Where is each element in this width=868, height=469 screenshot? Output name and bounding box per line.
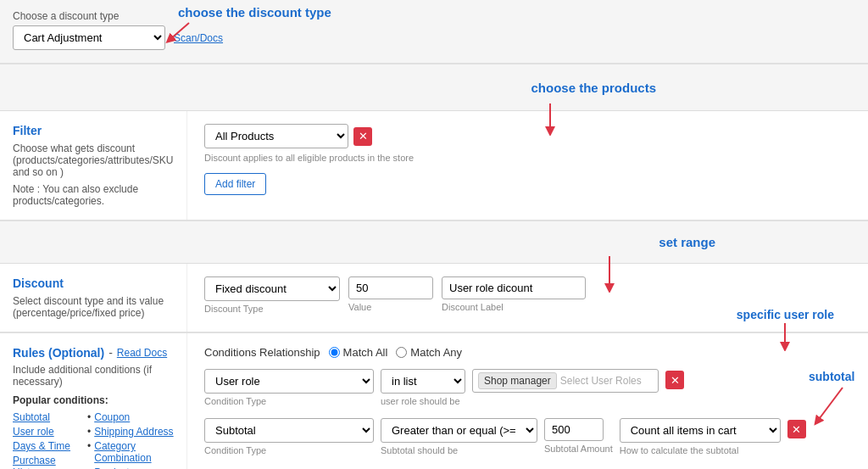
svg-line-4	[817, 388, 843, 422]
discount-value-label: Value	[348, 302, 433, 312]
conditions-col2: •Coupon •Shipping Address •Category Comb…	[87, 411, 174, 469]
annotation-specific-user-role: specific user role	[737, 308, 834, 321]
condition-type-2-select[interactable]: Subtotal	[204, 418, 374, 443]
amount-field: Subtotal Amount	[544, 418, 613, 454]
conditions-col1: Subtotal User role Days & Time Purchase …	[13, 411, 75, 469]
rules-title-dash: -	[108, 346, 113, 360]
rules-desc: Include additional conditions (if necess…	[13, 364, 174, 388]
comparison-field: Greater than or equal (>=) Subtotal shou…	[381, 418, 537, 455]
shop-manager-tag-text: Shop manager	[484, 375, 551, 387]
rules-left: Rules (Optional) - Read Docs Include add…	[0, 333, 186, 469]
remove-product-filter-btn[interactable]: ✕	[353, 127, 372, 146]
filter-title: Filter	[13, 124, 174, 137]
user-roles-field: Shop manager Select User Roles	[472, 369, 659, 393]
operator-1-label: user role should be	[381, 396, 465, 406]
rules-title: Rules (Optional)	[13, 346, 104, 360]
condition-type-1-label: Condition Type	[204, 396, 374, 406]
condition-categorycombination-link[interactable]: Category Combination	[94, 440, 174, 464]
discount-type-select-field[interactable]: Fixed discount	[204, 276, 340, 301]
match-any-text: Match Any	[410, 346, 462, 359]
filter-note: Note : You can also exclude products/cat…	[13, 183, 174, 207]
user-roles-tag-container[interactable]: Shop manager Select User Roles	[472, 369, 659, 393]
match-all-text: Match All	[343, 346, 388, 359]
choose-discount-label: Choose a discount type	[13, 10, 855, 22]
arrow-specific-user-role	[772, 321, 798, 351]
discount-label-input[interactable]	[442, 276, 586, 299]
products-select[interactable]: All Products	[204, 124, 348, 148]
condition-row-1: User role Condition Type in list user ro…	[204, 369, 851, 406]
operator-1-select[interactable]: in list	[381, 369, 465, 394]
condition-coupon-link[interactable]: Coupon	[94, 411, 130, 423]
condition-type-1-field: User role Condition Type	[204, 369, 374, 406]
filter-section: Filter Choose what gets discount (produc…	[0, 111, 868, 221]
operator-1-field: in list user role should be	[381, 369, 465, 406]
conditions-rel-label: Conditions Relationship	[204, 346, 320, 359]
arrow-choose-products	[533, 102, 567, 136]
condition-userrole-link[interactable]: User role	[13, 426, 75, 438]
discount-label-label: Discount Label	[442, 302, 586, 312]
add-filter-btn[interactable]: Add filter	[204, 173, 266, 195]
condition-type-2-field: Subtotal Condition Type	[204, 418, 374, 455]
filter-left: Filter Choose what gets discount (produc…	[0, 111, 186, 220]
discount-title: Discount	[13, 276, 174, 290]
match-all-label[interactable]: Match All	[329, 346, 388, 359]
discount-desc1: Select discount type and its value	[13, 295, 174, 307]
discount-value-field: Value	[348, 276, 433, 312]
filter-desc2: (products/categories/attributes/SKU and …	[13, 154, 174, 178]
count-select[interactable]: Count all items in cart	[620, 418, 781, 443]
svg-line-0	[170, 23, 189, 40]
discount-value-input[interactable]	[348, 276, 433, 299]
rules-right: specific user role Conditions Relationsh…	[186, 333, 868, 469]
discount-type-select[interactable]: Cart Adjustment	[13, 25, 165, 50]
match-all-radio[interactable]	[329, 347, 340, 358]
amount-label: Subtotal Amount	[544, 444, 613, 454]
comparison-label: Subtotal should be	[381, 445, 537, 455]
remove-condition-1-btn[interactable]: ✕	[665, 371, 684, 389]
discount-desc2: (percentage/price/fixed price)	[13, 307, 174, 319]
filter-hint: Discount applies to all eligible product…	[204, 153, 851, 163]
condition-type-1-select[interactable]: User role	[204, 369, 374, 394]
read-docs-link[interactable]: Read Docs	[117, 347, 167, 359]
arrow-subtotal	[809, 383, 860, 426]
annotation-choose-discount-type: choose the discount type	[178, 5, 331, 20]
discount-left: Discount Select discount type and its va…	[0, 264, 186, 332]
filter-desc1: Choose what gets discount	[13, 142, 174, 154]
match-any-radio[interactable]	[396, 347, 407, 358]
discount-type-label: Discount Type	[204, 304, 340, 314]
condition-subtotal-link[interactable]: Subtotal	[13, 411, 75, 423]
condition-type-2-label: Condition Type	[204, 445, 374, 455]
condition-purchasehistory-link[interactable]: Purchase History	[13, 455, 75, 469]
condition-row-2: Subtotal Condition Type Greater than or …	[204, 418, 851, 455]
count-field: Count all items in cart How to calculate…	[620, 418, 781, 455]
annotation-subtotal: subtotal	[809, 370, 854, 383]
filter-right: All Products ✕ Discount applies to all e…	[186, 111, 868, 220]
arrow-discount-type	[165, 21, 191, 47]
annotation-choose-products: choose the products	[531, 81, 656, 95]
page-wrapper: choose the discount type Choose a discou…	[0, 0, 868, 469]
condition-shippingaddress-link[interactable]: Shipping Address	[94, 426, 173, 438]
annotation-set-range: set range	[659, 235, 715, 249]
condition-daystime-link[interactable]: Days & Time	[13, 440, 75, 452]
discount-type-field: Fixed discount Discount Type	[204, 276, 340, 314]
match-any-label[interactable]: Match Any	[396, 346, 462, 359]
count-label: How to calculate the subtotal	[620, 445, 781, 455]
shop-manager-tag: Shop manager	[478, 372, 557, 389]
arrow-set-range	[593, 254, 626, 293]
remove-condition-2-btn[interactable]: ✕	[787, 420, 806, 438]
comparison-select[interactable]: Greater than or equal (>=)	[381, 418, 537, 443]
discount-label-field: Discount Label	[442, 276, 586, 312]
amount-input[interactable]	[544, 418, 604, 441]
select-user-roles-placeholder: Select User Roles	[560, 375, 642, 387]
popular-conditions-label: Popular conditions:	[13, 394, 174, 406]
